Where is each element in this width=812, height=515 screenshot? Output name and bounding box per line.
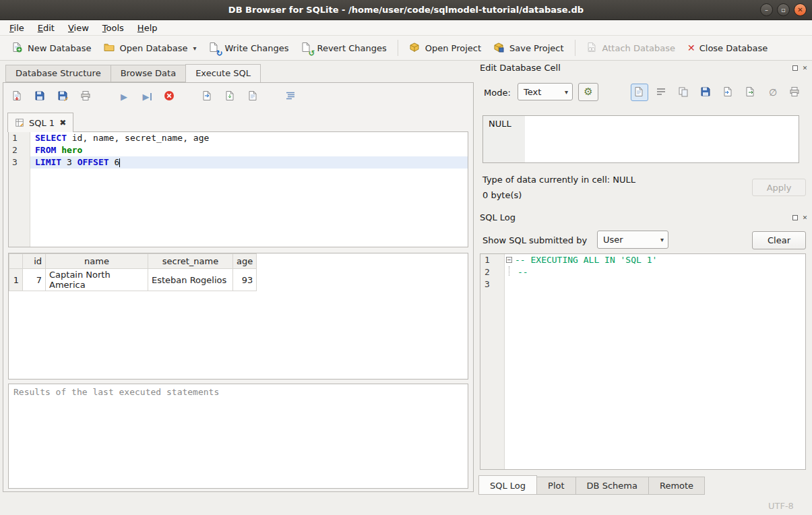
tab-database-structure[interactable]: Database Structure [5,65,111,82]
revert-changes-button[interactable]: ↺ Revert Changes [294,38,392,57]
menu-edit[interactable]: Edit [31,21,61,35]
dock-tab-bar: SQL Log Plot DB Schema Remote [478,477,705,495]
set-null-button[interactable]: ∅ [764,84,782,101]
line-number: 2 [480,266,505,278]
menu-file[interactable]: File [3,21,31,35]
panel-close-icon[interactable]: ✕ [801,64,809,71]
column-header-secret-name[interactable]: secret_name [148,254,233,269]
tab-browse-data[interactable]: Browse Data [111,65,186,82]
export-csv-icon [201,90,214,102]
panel-float-icon[interactable] [791,214,799,221]
toolbar-separator [575,40,575,56]
sql-tab-icon [15,118,24,127]
line-number: 2 [9,144,30,156]
cell-value: NULL [489,119,511,129]
open-project-button[interactable]: Open Project [403,38,487,57]
stop-execution-button[interactable] [162,89,177,104]
new-database-button[interactable]: New Database [5,38,98,57]
save-icon [700,86,712,98]
export-data-button[interactable] [742,84,759,101]
cell-name[interactable]: Captain North America [46,269,148,291]
open-database-button[interactable]: Open Database ▾ [98,38,203,57]
tab-plot[interactable]: Plot [537,477,576,495]
attach-database-icon [586,42,598,54]
save-project-button[interactable]: Save Project [487,38,570,57]
copy-icon [678,86,690,98]
save-results-icon [224,90,237,102]
word-wrap-button[interactable] [653,84,670,101]
results-message-pane[interactable]: Results of the last executed statements [8,384,468,489]
save-sql-as-button[interactable] [56,89,71,104]
code-line: FROM hero [30,144,468,156]
panel-float-icon[interactable] [791,64,799,71]
save-sql-as-icon [57,90,69,102]
write-changes-button[interactable]: ↻ Write Changes [202,38,294,57]
sql-tab-close-icon[interactable]: ✖ [59,118,66,127]
main-toolbar: New Database Open Database ▾ ↻ Write Cha… [0,36,812,61]
column-header-age[interactable]: age [233,254,257,269]
auto-detect-button[interactable]: ⚙ [578,83,598,101]
panel-close-icon[interactable]: ✕ [801,214,809,221]
column-header-name[interactable]: name [46,254,148,269]
tab-remote[interactable]: Remote [649,477,705,495]
menu-view[interactable]: View [61,21,96,35]
write-changes-label: Write Changes [224,43,288,53]
sql-log-view[interactable]: 1 − -- EXECUTING ALL IN 'SQL 1' 2 -- 3 [480,253,806,470]
copy-cell-button[interactable] [675,84,693,101]
mode-select[interactable]: Text ▾ [518,83,573,100]
open-sql-file-button[interactable] [10,89,25,104]
close-button[interactable]: ✕ [794,3,807,16]
cell-age[interactable]: 93 [233,269,257,291]
export-icon [745,86,757,98]
execute-line-button[interactable]: ▶ [139,89,154,104]
line-number: 3 [9,156,30,169]
open-results-icon [247,90,259,102]
edit-cell-title: Edit Database Cell [480,63,561,73]
clear-log-button[interactable]: Clear [752,231,806,249]
minimize-button[interactable]: – [760,3,773,16]
log-line: 3 [480,278,805,291]
sql-log-filter-select[interactable]: User ▾ [597,231,668,249]
tab-sql-log[interactable]: SQL Log [478,475,537,495]
save-cell-button[interactable] [697,84,715,101]
tab-execute-sql[interactable]: Execute SQL [185,64,261,82]
save-project-icon [493,42,505,54]
save-sql-file-button[interactable] [33,89,48,104]
sql-log-filter-label: Show SQL submitted by [482,235,587,245]
open-database-dropdown-icon[interactable]: ▾ [193,44,196,52]
sql-editor-tab[interactable]: SQL 1 ✖ [7,113,73,132]
fold-marker-icon[interactable]: − [506,257,512,263]
toolbar-separator [398,40,398,56]
sql-editor[interactable]: 1 SELECT id, name, secret_name, age 2 FR… [8,131,468,247]
print-cell-button[interactable] [786,84,804,101]
new-database-label: New Database [28,43,92,53]
maximize-button[interactable]: ▫ [777,3,790,16]
menu-tools[interactable]: Tools [96,21,131,35]
results-grid: id name secret_name age 1 7 Captain Nort… [8,253,468,380]
cell-secret-name[interactable]: Esteban Rogelios [148,269,233,291]
format-sql-button[interactable] [284,89,299,104]
execute-all-button[interactable]: ▶ [117,89,131,104]
editor-line-current: 3 LIMIT 3 OFFSET 6 [9,156,468,169]
text-mode-button[interactable] [631,84,648,101]
revert-changes-label: Revert Changes [317,43,386,53]
cell-id[interactable]: 7 [23,269,46,291]
menu-help[interactable]: Help [131,21,164,35]
import-data-button[interactable] [720,84,737,101]
line-number: 1 [9,132,30,144]
import-icon [722,86,735,98]
column-header-id[interactable]: id [23,254,46,269]
close-database-button[interactable]: ✕ Close Database [681,40,774,57]
open-results-button[interactable] [246,89,261,104]
cell-size-info: 0 byte(s) [482,190,522,200]
format-sql-icon [285,90,297,102]
export-csv-button[interactable] [200,89,215,104]
gear-icon: ⚙ [584,87,592,97]
print-sql-button[interactable] [79,89,94,104]
save-results-button[interactable] [223,89,238,104]
save-project-label: Save Project [509,43,564,53]
sql-toolbar: ▶ ▶ [10,88,299,105]
tab-db-schema[interactable]: DB Schema [576,477,649,495]
results-header-row: id name secret_name age [9,254,257,269]
cell-value-editor[interactable]: NULL [482,115,799,163]
